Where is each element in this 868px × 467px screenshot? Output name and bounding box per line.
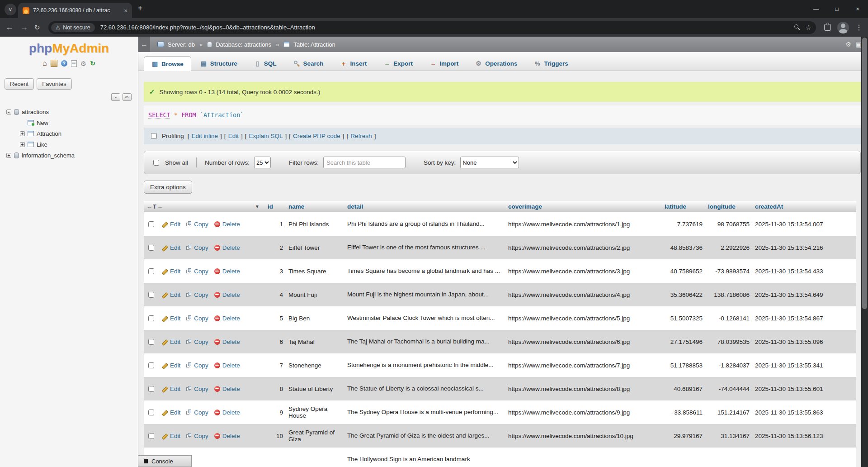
delete-link[interactable]: Delete	[214, 409, 240, 416]
delete-link[interactable]: Delete	[214, 291, 240, 298]
copy-link[interactable]: Copy	[186, 386, 208, 392]
column-header-detail[interactable]: detail	[344, 201, 505, 212]
help-icon[interactable]: ?	[61, 60, 67, 67]
sidebar-toggle-button[interactable]: ←	[138, 37, 150, 52]
bookmark-star-icon[interactable]: ☆	[806, 24, 811, 32]
tab-search[interactable]: Search	[286, 56, 331, 71]
column-header-name[interactable]: name	[286, 201, 344, 212]
create-php-code-link[interactable]: Create PHP code	[293, 133, 340, 139]
sidebar-item-attractions[interactable]: -attractions	[0, 106, 138, 117]
sidebar-item-information-schema[interactable]: +information_schema	[0, 150, 138, 161]
options-caret-icon[interactable]: ▼	[255, 204, 262, 209]
copy-link[interactable]: Copy	[186, 409, 208, 416]
row-checkbox[interactable]	[148, 221, 154, 227]
profiling-checkbox[interactable]	[151, 133, 157, 139]
row-checkbox[interactable]	[148, 315, 154, 321]
delete-link[interactable]: Delete	[214, 386, 240, 392]
column-header-createdat[interactable]: createdAt	[752, 201, 856, 212]
edit-link[interactable]: Edit	[161, 338, 180, 345]
tab-triggers[interactable]: Triggers	[526, 56, 576, 71]
collapse-icon[interactable]: -	[6, 110, 11, 114]
copy-link[interactable]: Copy	[186, 362, 208, 369]
column-header-id[interactable]: id	[265, 201, 286, 212]
delete-link[interactable]: Delete	[214, 362, 240, 369]
edit-link[interactable]: Edit	[161, 244, 180, 251]
edit-link[interactable]: Edit	[161, 362, 180, 369]
sidebar-item-new[interactable]: New	[0, 117, 138, 128]
number-of-rows-select[interactable]: 25	[254, 157, 271, 168]
phpmyadmin-logo[interactable]: phpMyAdmin	[0, 41, 138, 56]
copy-link[interactable]: Copy	[186, 244, 208, 251]
row-checkbox[interactable]	[148, 268, 154, 274]
sidebar-item-like[interactable]: +Like	[0, 139, 138, 150]
expand-icon[interactable]: +	[20, 131, 25, 136]
close-button[interactable]: ×	[847, 0, 868, 18]
row-checkbox[interactable]	[148, 292, 154, 298]
console-bar[interactable]: Console	[138, 455, 192, 467]
copy-link[interactable]: Copy	[186, 268, 208, 275]
row-checkbox[interactable]	[148, 386, 154, 392]
url-text[interactable]: 72.60.236.166:8080/index.php?route=/sql&…	[100, 24, 794, 31]
browser-tab[interactable]: 72.60.236.166:8080 / db / attrac ×	[18, 3, 132, 18]
browser-menu-icon[interactable]: ⋮	[855, 23, 863, 32]
docs-icon[interactable]	[71, 60, 77, 67]
sidebar-tab-favorites[interactable]: Favorites	[37, 78, 71, 90]
link-panel-icon[interactable]: ∞	[123, 93, 132, 101]
column-header-latitude[interactable]: latitude	[662, 201, 705, 212]
expand-icon[interactable]: +	[20, 142, 25, 147]
zoom-icon[interactable]	[794, 24, 800, 30]
extensions-icon[interactable]	[824, 24, 831, 31]
edit-link[interactable]: Edit	[161, 268, 180, 275]
row-checkbox[interactable]	[148, 362, 154, 368]
row-checkbox[interactable]	[148, 410, 154, 415]
sort-tools[interactable]: ←T→▼	[146, 203, 262, 210]
delete-link[interactable]: Delete	[214, 268, 240, 275]
tab-close-icon[interactable]: ×	[124, 7, 127, 14]
row-checkbox[interactable]	[148, 433, 154, 439]
maximize-button[interactable]: □	[826, 0, 847, 18]
edit-link[interactable]: Edit	[161, 409, 180, 416]
forward-icon[interactable]: →	[20, 23, 28, 32]
tab-insert[interactable]: Insert	[333, 56, 375, 71]
new-tab-button[interactable]: +	[137, 3, 143, 14]
sidebar-item-attraction[interactable]: +Attraction	[0, 128, 138, 139]
explain-sql-link[interactable]: Explain SQL	[249, 133, 283, 139]
tab-sql[interactable]: SQL	[246, 56, 284, 71]
column-header-longitude[interactable]: longitude	[705, 201, 752, 212]
tab-operations[interactable]: Operations	[467, 56, 525, 71]
collapse-all-icon[interactable]: -	[111, 93, 120, 101]
delete-link[interactable]: Delete	[214, 433, 240, 439]
show-all-checkbox[interactable]	[153, 160, 159, 166]
edit-inline-link[interactable]: Edit inline	[192, 133, 218, 139]
settings-gear-icon[interactable]: ⚙	[80, 60, 86, 67]
tab-structure[interactable]: Structure	[193, 56, 245, 71]
edit-link[interactable]: Edit	[161, 291, 180, 298]
copy-link[interactable]: Copy	[186, 315, 208, 322]
breadcrumb-database-link[interactable]: Database: attractions	[216, 41, 271, 48]
delete-link[interactable]: Delete	[214, 221, 240, 228]
edit-link[interactable]: Edit	[161, 386, 180, 392]
sidebar-tab-recent[interactable]: Recent	[5, 78, 34, 90]
edit-link[interactable]: Edit	[161, 433, 180, 439]
edit-link[interactable]: Edit	[161, 221, 180, 228]
breadcrumb-server-link[interactable]: Server: db	[168, 41, 195, 48]
reload-icon[interactable]: ↻	[34, 24, 40, 32]
profile-avatar[interactable]	[837, 22, 849, 33]
filter-rows-input[interactable]	[323, 157, 406, 168]
scrollbar-thumb[interactable]	[862, 38, 867, 309]
sort-by-key-select[interactable]: None	[460, 157, 519, 168]
tab-import[interactable]: Import	[422, 56, 466, 71]
copy-link[interactable]: Copy	[186, 291, 208, 298]
breadcrumb-table-link[interactable]: Table: Attraction	[293, 41, 335, 48]
security-chip[interactable]: ⚠ Not secure	[51, 23, 95, 32]
column-header-coverimage[interactable]: coverimage	[505, 201, 662, 212]
expand-window-icon[interactable]: ▣	[856, 41, 862, 48]
row-checkbox[interactable]	[148, 339, 154, 345]
copy-link[interactable]: Copy	[186, 433, 208, 439]
tab-export[interactable]: Export	[376, 56, 420, 71]
copy-link[interactable]: Copy	[186, 221, 208, 228]
delete-link[interactable]: Delete	[214, 338, 240, 345]
extra-options-button[interactable]: Extra options	[144, 181, 192, 194]
edit-link[interactable]: Edit	[228, 133, 239, 139]
home-icon[interactable]: ⌂	[42, 60, 47, 67]
